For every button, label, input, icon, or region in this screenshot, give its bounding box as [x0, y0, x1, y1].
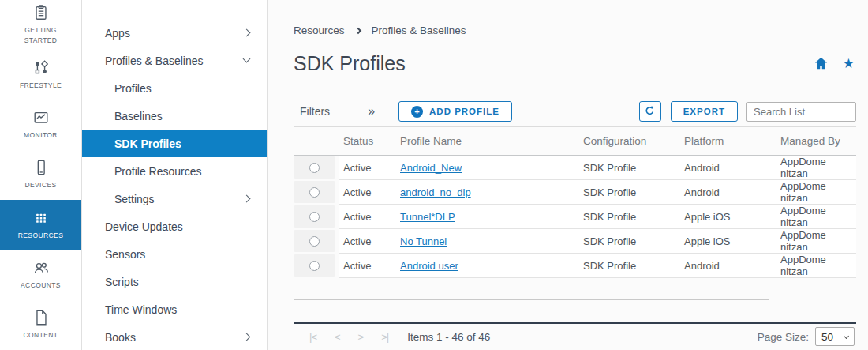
refresh-button[interactable] — [639, 101, 661, 122]
filters-label[interactable]: Filters — [300, 105, 330, 118]
managed-by-cell: AppDome nitzan — [780, 205, 856, 228]
chevron-right-icon — [243, 29, 251, 37]
freestyle-workflow-icon — [32, 59, 50, 77]
filters-expand-icon[interactable]: » — [368, 104, 375, 119]
chevron-right-icon — [354, 27, 361, 33]
nav-item-label: Time Windows — [105, 303, 177, 316]
rail-item-label: RESOURCES — [18, 231, 63, 241]
smartphone-icon — [32, 159, 50, 176]
home-icon[interactable] — [814, 57, 828, 70]
favorite-star-icon[interactable]: ★ — [843, 57, 855, 70]
rail-item-resources[interactable]: RESOURCES — [0, 200, 81, 250]
chevron-right-icon — [243, 195, 251, 203]
profile-name-link[interactable]: android_no_dlp — [400, 186, 471, 198]
table-row: Active Tunnel*DLP SDK Profile Apple iOS … — [294, 205, 856, 229]
nav-item-label: Device Updates — [105, 220, 183, 233]
rail-item-label: DEVICES — [24, 180, 56, 190]
last-page-icon[interactable]: >| — [381, 331, 388, 343]
page-title: SDK Profiles — [294, 50, 406, 77]
profile-name-link[interactable]: Tunnel*DLP — [400, 211, 455, 223]
platform-cell: Android — [684, 260, 780, 272]
export-button[interactable]: EXPORT — [671, 101, 738, 122]
profiles-table: Status Profile Name Configuration Platfo… — [294, 126, 856, 278]
previous-page-icon[interactable]: < — [335, 331, 340, 343]
chevron-down-icon — [844, 333, 849, 338]
platform-cell: Android — [684, 186, 780, 198]
table-row: Active Android_New SDK Profile Android A… — [294, 156, 856, 180]
platform-cell: Apple iOS — [684, 235, 780, 247]
rail-item-content[interactable]: CONTENT — [0, 300, 81, 350]
row-radio-button[interactable] — [309, 187, 320, 198]
nav-item-label: Scripts — [105, 276, 139, 288]
profile-name-link[interactable]: Android_New — [400, 162, 462, 174]
nav-item-label: Apps — [105, 27, 130, 40]
configuration-cell: SDK Profile — [583, 211, 684, 223]
column-header-managed-by[interactable]: Managed By — [780, 135, 856, 147]
row-radio-button[interactable] — [309, 236, 320, 247]
rail-item-freestyle[interactable]: FREESTYLE — [0, 50, 81, 100]
first-page-icon[interactable]: |< — [309, 331, 316, 343]
chevron-down-icon — [243, 55, 251, 63]
profile-name-link[interactable]: No Tunnel — [400, 235, 447, 247]
configuration-cell: SDK Profile — [583, 162, 684, 174]
search-input[interactable] — [746, 102, 856, 122]
row-select-cell — [294, 205, 335, 228]
add-profile-button[interactable]: + ADD PROFILE — [398, 101, 512, 122]
chevron-right-icon — [243, 333, 251, 341]
nav-item-label: Sensors — [105, 248, 145, 261]
nav-item-books[interactable]: Books — [82, 323, 267, 350]
nav-item-sensors[interactable]: Sensors — [82, 240, 267, 268]
nav-item-profiles-baselines[interactable]: Profiles & Baselines — [82, 47, 267, 74]
nav-item-profile-resources[interactable]: Profile Resources — [82, 157, 267, 185]
rail-item-label: MONITOR — [24, 130, 58, 141]
managed-by-cell: AppDome nitzan — [780, 180, 856, 204]
row-radio-button[interactable] — [309, 261, 320, 271]
primary-rail: GETTING STARTED FREESTYLE — [0, 0, 82, 350]
rail-item-getting-started[interactable]: GETTING STARTED — [0, 0, 81, 50]
nav-item-label: Baselines — [114, 110, 163, 122]
column-header-profile-name[interactable]: Profile Name — [400, 135, 583, 147]
rail-item-monitor[interactable]: MONITOR — [0, 100, 81, 150]
column-header-platform[interactable]: Platform — [684, 135, 780, 147]
page-size-select[interactable]: 50 — [815, 327, 855, 346]
nav-item-label: Profiles — [114, 82, 152, 95]
nav-item-apps[interactable]: Apps — [82, 19, 267, 47]
main-content: Resources Profiles & Baselines SDK Profi… — [268, 0, 868, 350]
table-header-row: Status Profile Name Configuration Platfo… — [294, 126, 856, 156]
refresh-icon — [644, 105, 656, 119]
platform-cell: Apple iOS — [684, 211, 780, 223]
nav-item-time-windows[interactable]: Time Windows — [82, 295, 267, 323]
nav-item-label: Profiles & Baselines — [105, 55, 204, 67]
table-row: Active android_no_dlp SDK Profile Androi… — [294, 180, 856, 205]
monitor-chart-icon — [32, 109, 50, 126]
plus-icon: + — [411, 106, 423, 118]
row-radio-button[interactable] — [309, 212, 320, 222]
nav-item-label: Profile Resources — [114, 165, 202, 178]
document-icon — [32, 309, 50, 326]
nav-item-baselines[interactable]: Baselines — [82, 102, 267, 130]
configuration-cell: SDK Profile — [583, 260, 684, 272]
nav-item-scripts[interactable]: Scripts — [82, 268, 267, 295]
nav-item-sdk-profiles[interactable]: SDK Profiles — [82, 130, 267, 157]
nav-item-label: SDK Profiles — [114, 137, 181, 150]
rail-item-accounts[interactable]: ACCOUNTS — [0, 250, 81, 299]
rail-item-devices[interactable]: DEVICES — [0, 150, 81, 200]
table-row: Active No Tunnel SDK Profile Apple iOS A… — [294, 229, 856, 254]
toolbar: Filters » + ADD PROFILE EXPORT — [294, 96, 856, 126]
row-select-cell — [294, 181, 335, 203]
breadcrumb-profiles-baselines[interactable]: Profiles & Baselines — [372, 24, 466, 36]
breadcrumb-resources[interactable]: Resources — [294, 24, 345, 36]
secondary-nav: Apps Profiles & Baselines Profiles Basel… — [82, 0, 268, 350]
nav-item-settings[interactable]: Settings — [82, 185, 267, 213]
column-header-configuration[interactable]: Configuration — [583, 135, 684, 147]
next-page-icon[interactable]: > — [358, 331, 364, 343]
nav-item-profiles[interactable]: Profiles — [82, 74, 267, 102]
row-select-cell — [294, 156, 335, 179]
configuration-cell: SDK Profile — [583, 186, 684, 198]
nav-item-device-updates[interactable]: Device Updates — [82, 213, 267, 240]
row-radio-button[interactable] — [309, 163, 320, 173]
row-select-cell — [294, 230, 335, 252]
column-header-status[interactable]: Status — [339, 135, 400, 147]
profile-name-link[interactable]: Android user — [400, 260, 458, 272]
horizontal-scrollbar[interactable] — [294, 299, 769, 300]
